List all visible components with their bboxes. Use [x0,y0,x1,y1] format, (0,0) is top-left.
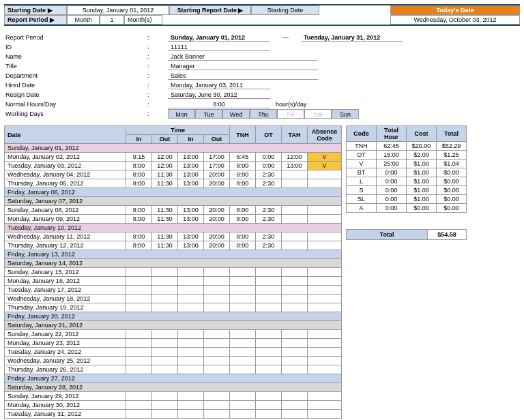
cell-abs[interactable] [308,179,342,188]
cell-tah[interactable] [282,330,308,339]
cell-date[interactable]: Wednesday, January 18, 2012 [5,295,126,303]
cell-ot[interactable]: 2:30 [256,232,282,241]
cell-ot[interactable] [256,357,282,365]
cell-out2[interactable] [204,330,230,339]
cell-date[interactable]: Monday, January 02, 2012 [5,153,126,162]
cell-out2[interactable]: 20:00 [204,206,230,215]
cell-out1[interactable]: 11:30 [152,206,178,215]
cell-out1[interactable]: 11:30 [152,215,178,224]
cell-date[interactable]: Tuesday, January 03, 2012 [5,162,126,170]
cell-in2[interactable] [178,330,204,339]
cell-out2[interactable] [204,303,230,312]
cell-in1[interactable]: 8:00 [126,232,152,241]
cell-date[interactable]: Wednesday, January 04, 2012 [5,170,126,179]
cell-out2[interactable] [204,295,230,303]
cell-out2[interactable] [204,357,230,365]
cell-out1[interactable] [152,286,178,295]
cell-out1[interactable] [152,268,178,277]
cell-abs[interactable] [308,303,342,312]
cell-ot[interactable] [256,268,282,277]
cell-in2[interactable]: 13:00 [178,215,204,224]
cell-tah[interactable] [282,170,308,179]
cell-ot[interactable] [256,339,282,348]
cell-out1[interactable]: 11:30 [152,232,178,241]
cell-out2[interactable]: 20:00 [204,215,230,224]
cell-date[interactable]: Tuesday, January 17, 2012 [5,286,126,295]
cell-out1[interactable] [152,365,178,374]
cell-date[interactable]: Sunday, January 22, 2012 [5,330,126,339]
cell-in1[interactable]: 8:00 [126,162,152,170]
cell-in1[interactable] [126,295,152,303]
cell-date[interactable]: Thursday, January 26, 2012 [5,365,126,374]
cell-tnh[interactable] [230,286,256,295]
cell-in2[interactable]: 13:00 [178,170,204,179]
cell-in1[interactable] [126,339,152,348]
cell-abs[interactable] [308,392,342,401]
cell-date[interactable]: Monday, January 16, 2012 [5,277,126,286]
cell-date[interactable]: Sunday, January 29, 2012 [5,392,126,401]
cell-out1[interactable] [152,348,178,357]
cell-tnh[interactable] [230,401,256,410]
cell-out1[interactable]: 11:30 [152,179,178,188]
cell-abs[interactable] [308,241,342,250]
cell-abs[interactable] [308,348,342,357]
cell-out2[interactable] [204,348,230,357]
cell-tnh[interactable]: 8:00 [230,179,256,188]
cell-out2[interactable]: 20:00 [204,179,230,188]
cell-date[interactable]: Tuesday, January 31, 2012 [5,410,126,419]
cell-out1[interactable]: 12:00 [152,162,178,170]
cell-out2[interactable] [204,277,230,286]
cell-out2[interactable] [204,410,230,419]
cell-ot[interactable] [256,286,282,295]
cell-in2[interactable]: 13:00 [178,206,204,215]
cell-date[interactable]: Wednesday, January 11, 2012 [5,232,126,241]
cell-out2[interactable]: 17:00 [204,162,230,170]
cell-tah[interactable] [282,206,308,215]
cell-in1[interactable] [126,348,152,357]
cell-out2[interactable] [204,401,230,410]
cell-abs[interactable] [308,357,342,365]
cell-tah[interactable] [282,179,308,188]
cell-tah[interactable] [282,401,308,410]
cell-tnh[interactable]: 6:45 [230,153,256,162]
cell-date[interactable]: Thursday, January 05, 2012 [5,179,126,188]
cell-ot[interactable] [256,410,282,419]
cell-tah[interactable] [282,303,308,312]
cell-out1[interactable] [152,330,178,339]
cell-tnh[interactable] [230,277,256,286]
cell-in1[interactable] [126,330,152,339]
cell-out2[interactable] [204,392,230,401]
cell-out1[interactable]: 11:30 [152,170,178,179]
cell-tnh[interactable] [230,410,256,419]
cell-abs[interactable] [308,410,342,419]
cell-abs[interactable] [308,339,342,348]
cell-tnh[interactable] [230,268,256,277]
cell-tah[interactable] [282,357,308,365]
cell-in1[interactable] [126,392,152,401]
cell-in2[interactable] [178,268,204,277]
cell-date[interactable]: Thursday, January 19, 2012 [5,303,126,312]
cell-in1[interactable] [126,286,152,295]
cell-out1[interactable] [152,401,178,410]
cell-in2[interactable] [178,392,204,401]
cell-out2[interactable]: 17:00 [204,153,230,162]
cell-in1[interactable] [126,268,152,277]
cell-tnh[interactable]: 8:00 [230,170,256,179]
cell-abs[interactable] [308,206,342,215]
cell-ot[interactable]: 2:30 [256,179,282,188]
cell-date[interactable]: Monday, January 09, 2012 [5,215,126,224]
cell-tnh[interactable]: 8:00 [230,162,256,170]
cell-date[interactable]: Monday, January 23, 2012 [5,339,126,348]
cell-out1[interactable] [152,277,178,286]
cell-date[interactable]: Wednesday, January 25, 2012 [5,357,126,365]
cell-out1[interactable] [152,357,178,365]
report-period-count[interactable]: 1 [100,15,124,25]
cell-in2[interactable] [178,339,204,348]
cell-tnh[interactable] [230,365,256,374]
cell-ot[interactable]: 2:30 [256,241,282,250]
cell-tah[interactable]: 12:00 [282,153,308,162]
cell-out2[interactable]: 20:00 [204,232,230,241]
cell-tnh[interactable]: 8:00 [230,241,256,250]
cell-ot[interactable] [256,401,282,410]
cell-abs[interactable] [308,401,342,410]
